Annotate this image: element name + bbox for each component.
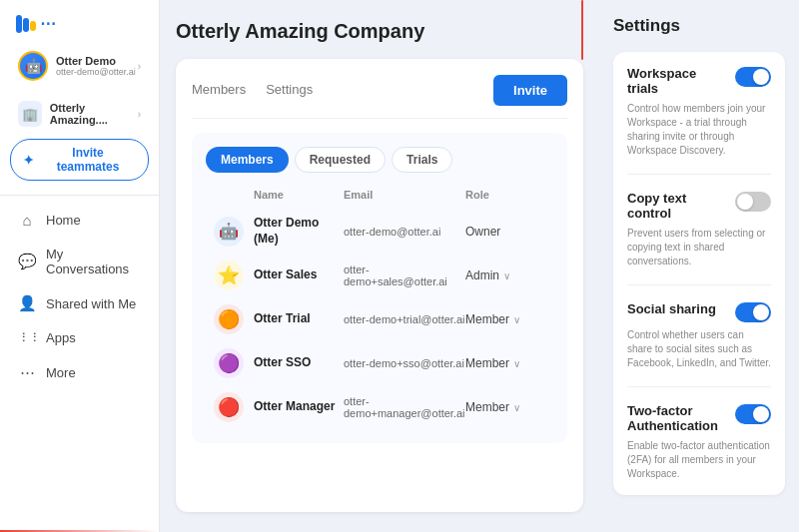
sidebar-item-more[interactable]: ⋯ More (8, 355, 151, 389)
setting-divider (627, 386, 771, 387)
member-role[interactable]: Admin ∨ (465, 268, 545, 282)
invite-teammates-button[interactable]: ✦ Invite teammates (10, 139, 149, 181)
member-avatar: 🔴 (214, 392, 244, 422)
workspace-trials-toggle[interactable] (735, 67, 771, 87)
setting-name: Workspace trials (627, 66, 727, 96)
table-row: 🔴 Otter Manager otter-demo+manager@otter… (206, 385, 553, 429)
setting-name: Copy text control (627, 191, 727, 221)
profile-email: otter-demo@otter.ai (56, 67, 136, 77)
member-avatar: ⭐ (214, 261, 244, 290)
workspace-chevron-icon: › (138, 109, 141, 120)
member-email: otter-demo+manager@otter.ai (344, 395, 465, 419)
logo-icon: ⋯ (16, 14, 56, 33)
member-avatar: 🟠 (214, 304, 244, 334)
setting-name: Two-factor Authentication (627, 403, 727, 433)
sidebar-item-label: Home (46, 213, 81, 228)
profile-name: Otter Demo (56, 55, 136, 67)
member-tab-requested[interactable]: Requested (295, 147, 386, 173)
workspace-item[interactable]: 🏢 Otterly Amazing.... › (10, 95, 149, 133)
member-name: Otter Manager (254, 399, 344, 415)
shared-icon: 👤 (18, 294, 36, 312)
member-role[interactable]: Member ∨ (465, 400, 545, 414)
setting-desc: Control whether users can share to socia… (627, 328, 771, 370)
member-role[interactable]: Member ∨ (465, 312, 545, 326)
table-row: 🤖 Otter Demo (Me) otter-demo@otter.ai Ow… (206, 209, 553, 254)
member-email: otter-demo@otter.ai (344, 226, 465, 238)
setting-workspace-trials: Workspace trials Control how members joi… (627, 66, 771, 158)
settings-card: Workspace trials Control how members joi… (613, 52, 785, 495)
member-name: Otter Trial (254, 311, 344, 327)
setting-two-factor: Two-factor Authentication Enable two-fac… (627, 403, 771, 481)
member-avatar: 🤖 (214, 217, 244, 247)
sidebar-item-label: Shared with Me (46, 296, 136, 311)
setting-social-sharing: Social sharing Control whether users can… (627, 301, 771, 370)
table-header: Name Email Role (206, 185, 553, 205)
workspace-icon: 🏢 (18, 101, 42, 127)
more-icon: ⋯ (18, 363, 36, 381)
setting-desc: Prevent users from selecting or copying … (627, 227, 771, 268)
role-dropdown-icon[interactable]: ∨ (513, 314, 520, 325)
member-email: otter-demo+sso@otter.ai (344, 357, 465, 369)
members-table: Name Email Role 🤖 Otter Demo (Me) otter-… (206, 185, 553, 429)
main-nav: ⌂ Home 💬 My Conversations 👤 Shared with … (0, 204, 159, 389)
card-header: Members Settings Invite (192, 75, 567, 119)
setting-divider (627, 174, 771, 175)
setting-divider (627, 284, 771, 285)
col-email: Email (344, 189, 465, 201)
sidebar-item-apps[interactable]: ⋮⋮ Apps (8, 322, 151, 353)
sidebar-item-my-conversations[interactable]: 💬 My Conversations (8, 239, 151, 284)
member-section: Members Requested Trials Name Email Role… (192, 133, 567, 443)
sidebar-item-label: Apps (46, 330, 76, 345)
table-row: 🟣 Otter SSO otter-demo+sso@otter.ai Memb… (206, 341, 553, 385)
card-tab-links: Members Settings (192, 82, 313, 99)
col-role: Role (465, 189, 545, 201)
member-tab-members[interactable]: Members (206, 147, 289, 173)
sidebar-divider (0, 195, 159, 196)
member-role[interactable]: Member ∨ (465, 356, 545, 370)
toggle-knob (737, 194, 753, 210)
toggle-knob (753, 69, 769, 85)
two-factor-toggle[interactable] (735, 404, 771, 424)
workspace-card: Members Settings Invite Members Requeste… (176, 59, 583, 512)
sidebar: ⋯ 🤖 Otter Demo otter-demo@otter.ai › 🏢 O… (0, 0, 160, 532)
toggle-knob (753, 406, 769, 422)
sidebar-item-label: More (46, 365, 76, 380)
profile-item[interactable]: 🤖 Otter Demo otter-demo@otter.ai › (10, 45, 149, 87)
sidebar-item-shared-with-me[interactable]: 👤 Shared with Me (8, 286, 151, 320)
member-email: otter-demo+sales@otter.ai (344, 264, 465, 287)
setting-copy-text: Copy text control Prevent users from sel… (627, 191, 771, 268)
toggle-knob (753, 304, 769, 320)
role-dropdown-icon[interactable]: ∨ (513, 358, 520, 369)
col-name: Name (254, 189, 344, 201)
main-content: Otterly Amazing Company Members Settings… (160, 0, 599, 532)
social-sharing-toggle[interactable] (735, 302, 771, 322)
member-tab-trials[interactable]: Trials (392, 147, 452, 173)
member-name: Otter SSO (254, 355, 344, 371)
workspace-name: Otterly Amazing.... (50, 102, 138, 126)
settings-panel: Settings Workspace trials Control how me… (599, 0, 799, 532)
member-tab-bar: Members Requested Trials (206, 147, 553, 173)
tab-settings[interactable]: Settings (266, 82, 313, 99)
invite-button[interactable]: Invite (493, 75, 567, 106)
tab-members[interactable]: Members (192, 82, 246, 99)
page-title: Otterly Amazing Company (176, 20, 583, 43)
member-role: Owner (465, 225, 545, 239)
conversations-icon: 💬 (18, 253, 36, 270)
settings-title: Settings (613, 16, 785, 36)
logo: ⋯ (0, 14, 159, 45)
setting-desc: Control how members join your Workspace … (627, 102, 771, 158)
chevron-right-icon: › (138, 61, 141, 72)
table-row: ⭐ Otter Sales otter-demo+sales@otter.ai … (206, 254, 553, 297)
member-avatar: 🟣 (214, 348, 244, 378)
setting-desc: Enable two-factor authentication (2FA) f… (627, 439, 771, 481)
member-email: otter-demo+trial@otter.ai (344, 313, 465, 325)
role-dropdown-icon[interactable]: ∨ (503, 270, 510, 281)
sidebar-item-home[interactable]: ⌂ Home (8, 204, 151, 237)
home-icon: ⌂ (18, 212, 36, 229)
role-dropdown-icon[interactable]: ∨ (513, 402, 520, 413)
red-line-decoration (581, 0, 583, 60)
copy-text-toggle[interactable] (735, 192, 771, 212)
apps-icon: ⋮⋮ (18, 331, 36, 344)
person-add-icon: ✦ (23, 153, 34, 168)
member-name: Otter Sales (254, 267, 344, 283)
